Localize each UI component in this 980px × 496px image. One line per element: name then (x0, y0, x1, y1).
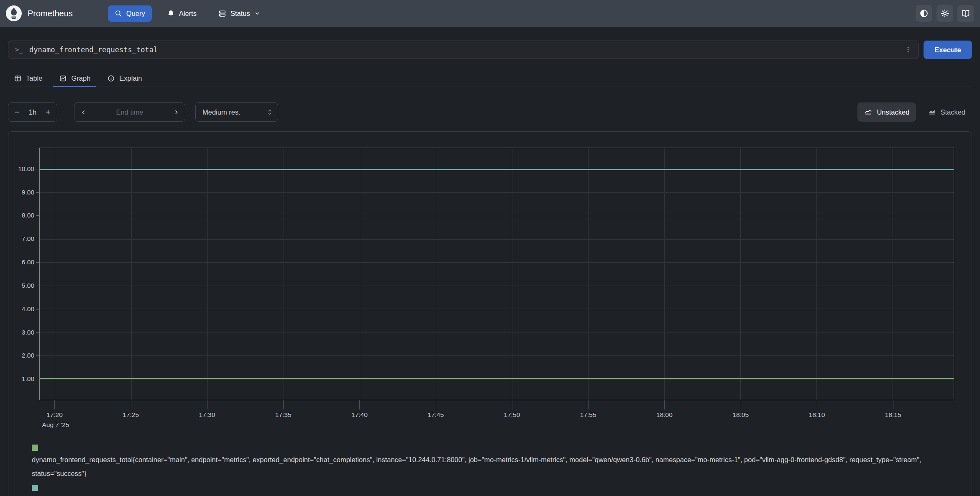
tab-graph[interactable]: Graph (53, 70, 96, 87)
legend-label: dynamo_frontend_requests_total{container… (32, 493, 955, 496)
y-axis-tick (36, 239, 39, 239)
x-axis-label: 17:30 (199, 411, 215, 419)
stack-toggle-group: Unstacked Stacked (857, 102, 972, 122)
settings-button[interactable] (937, 5, 953, 22)
resolution-value: Medium res. (202, 108, 241, 116)
grid-line-vertical (55, 148, 55, 400)
grid-line-vertical (893, 148, 893, 400)
plot-area[interactable] (39, 148, 954, 400)
resolution-select[interactable]: Medium res. (195, 102, 278, 122)
area-chart-icon (928, 108, 936, 116)
series-line (40, 378, 954, 379)
legend-item[interactable]: dynamo_frontend_requests_total{container… (32, 445, 955, 481)
nav-alerts-label: Alerts (179, 10, 197, 18)
x-axis-label: 17:25 (123, 411, 139, 419)
stacked-button[interactable]: Stacked (921, 102, 972, 122)
nav-query-label: Query (126, 10, 145, 18)
grid-line-vertical (284, 148, 284, 400)
x-axis-label: 17:35 (275, 411, 292, 419)
nav-actions (916, 5, 974, 22)
y-axis-tick (36, 169, 39, 169)
server-icon (218, 10, 226, 18)
select-chevrons-icon (267, 108, 273, 116)
gear-icon (940, 9, 949, 18)
grid-line-vertical (664, 148, 665, 400)
tab-explain-label: Explain (119, 74, 142, 82)
y-axis-tick (36, 192, 39, 193)
stacked-label: Stacked (940, 108, 965, 116)
x-axis: 17:2017:2517:3017:3517:4017:4517:5017:55… (39, 400, 954, 442)
unstacked-label: Unstacked (877, 108, 909, 116)
y-axis-tick (36, 309, 39, 309)
x-axis-tick (54, 400, 55, 409)
x-axis-tick (436, 400, 436, 409)
tab-table[interactable]: Table (8, 70, 48, 87)
docs-button[interactable] (957, 5, 974, 22)
nav-alerts-button[interactable]: Alerts (160, 5, 203, 22)
y-axis-label: 3.00 (22, 329, 34, 336)
graph-icon (59, 74, 67, 82)
book-icon (961, 9, 970, 18)
grid-line-vertical (131, 148, 132, 400)
x-axis-label: 17:45 (427, 411, 444, 419)
time-forward-button[interactable] (169, 105, 183, 119)
x-axis-label: 18:15 (885, 411, 901, 419)
y-axis-label: 10.00 (18, 165, 34, 173)
bell-icon (167, 10, 175, 18)
x-axis-tick (512, 400, 512, 409)
x-axis-tick (817, 400, 817, 409)
time-back-button[interactable] (76, 105, 90, 119)
nav-status-button[interactable]: Status (212, 5, 267, 22)
legend-label: dynamo_frontend_requests_total{container… (32, 453, 955, 481)
query-row: >_ dynamo_frontend_requests_total Execut… (8, 41, 972, 59)
legend-item[interactable]: dynamo_frontend_requests_total{container… (32, 485, 955, 496)
expression-input[interactable]: >_ dynamo_frontend_requests_total (8, 41, 919, 59)
y-axis-tick (36, 286, 39, 286)
end-time-picker[interactable]: End time (74, 102, 185, 122)
y-axis-tick (36, 215, 39, 216)
range-value[interactable]: 1h (29, 108, 36, 116)
y-axis-label: 2.00 (22, 352, 34, 359)
navbar: Prometheus Query Alerts (0, 0, 980, 27)
theme-toggle-button[interactable] (916, 5, 932, 22)
grid-line-vertical (436, 148, 436, 400)
y-axis-label: 4.00 (22, 305, 34, 313)
grid-line-vertical (588, 148, 589, 400)
grid-line-vertical (740, 148, 741, 400)
x-axis-tick (741, 400, 741, 409)
y-axis-label: 5.00 (22, 282, 34, 289)
x-axis-tick (893, 400, 893, 409)
brand-link[interactable]: Prometheus (6, 5, 73, 21)
x-axis-tick (283, 400, 284, 409)
end-time-input[interactable]: End time (116, 108, 143, 116)
range-control: 1h (8, 102, 57, 122)
grid-line-vertical (816, 148, 817, 400)
y-axis-tick (36, 332, 39, 333)
x-axis-tick (207, 400, 207, 409)
y-axis-label: 6.00 (22, 258, 34, 266)
range-increase-button[interactable] (41, 105, 55, 119)
y-axis-ticks (36, 148, 39, 400)
tabs: Table Graph Explain (8, 70, 972, 87)
y-axis-label: 7.00 (22, 235, 34, 243)
y-axis-tick (36, 355, 39, 356)
x-axis-label: 18:00 (656, 411, 673, 419)
legend-swatch (32, 445, 38, 451)
x-axis-tick (588, 400, 589, 409)
expression-text[interactable]: dynamo_frontend_requests_total (29, 46, 901, 54)
graph-panel: 10.009.008.007.006.005.004.003.002.001.0… (8, 131, 972, 496)
nav-items: Query Alerts Status (108, 5, 267, 22)
y-axis-label: 9.00 (22, 189, 34, 196)
range-decrease-button[interactable] (10, 105, 24, 119)
execute-button[interactable]: Execute (924, 41, 972, 59)
grid-line-vertical (360, 148, 360, 400)
y-axis-tick (36, 262, 39, 263)
x-axis-label: 17:50 (504, 411, 520, 419)
y-axis-tick (36, 379, 39, 379)
nav-query-button[interactable]: Query (108, 5, 152, 22)
query-options-menu-button[interactable] (901, 42, 916, 57)
prometheus-logo-icon (6, 5, 22, 21)
unstacked-button[interactable]: Unstacked (857, 102, 916, 122)
x-axis-tick (359, 400, 360, 409)
tab-explain[interactable]: Explain (101, 70, 148, 87)
